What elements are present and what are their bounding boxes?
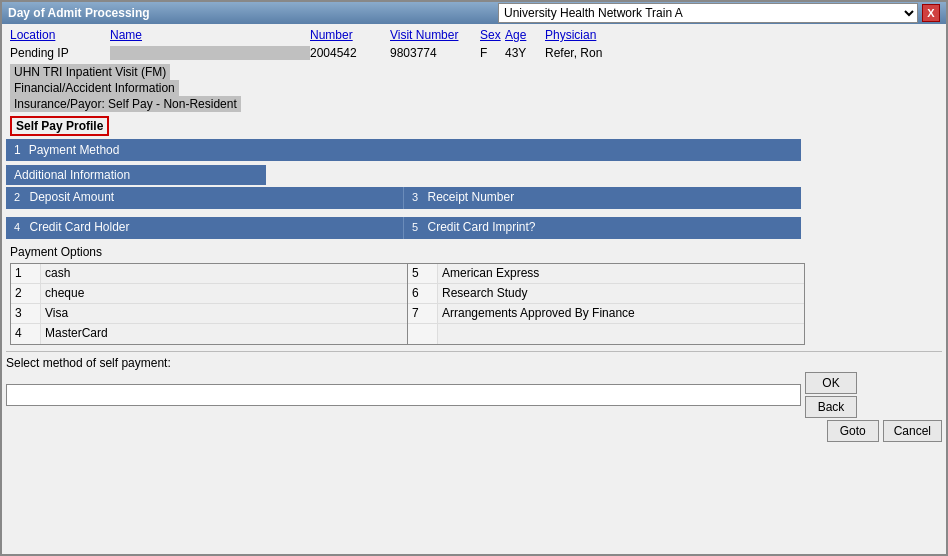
patient-sex: F	[480, 46, 505, 60]
credit-card-holder-label: Credit Card Holder	[29, 220, 129, 234]
payment-option-empty	[408, 324, 804, 344]
payment-options-section: Payment Options 1 cash 2 cheque 3 Visa	[6, 243, 942, 345]
payment-options-table: 1 cash 2 cheque 3 Visa 4 MasterCard	[10, 263, 805, 345]
credit-card-holder-cell: 4 Credit Card Holder	[6, 217, 404, 239]
payment-num-3: 3	[11, 304, 41, 323]
bottom-section: Select method of self payment: OK Back G…	[6, 351, 942, 442]
payment-val-6: Research Study	[438, 284, 804, 303]
payment-option-7[interactable]: 7 Arrangements Approved By Finance	[408, 304, 804, 324]
self-pay-profile-container: Self Pay Profile	[6, 114, 942, 138]
payment-val-7: Arrangements Approved By Finance	[438, 304, 804, 323]
payment-num-4: 4	[11, 324, 41, 344]
action-buttons: OK Back	[805, 372, 857, 418]
payment-method-row: 1 Payment Method	[6, 139, 801, 161]
main-window: Day of Admit Processing University Healt…	[0, 0, 948, 556]
bottom-row-2: Goto Cancel	[6, 420, 942, 442]
location-header[interactable]: Location	[10, 28, 110, 42]
credit-card-imprint-num: 5	[412, 221, 418, 233]
name-header[interactable]: Name	[110, 28, 310, 42]
payment-num-6: 6	[408, 284, 438, 303]
column-headers: Location Name Number Visit Number Sex Ag…	[6, 26, 942, 44]
deposit-amount-num: 2	[14, 191, 20, 203]
credit-card-row: 4 Credit Card Holder 5 Credit Card Impri…	[6, 217, 801, 239]
input-button-row: OK Back	[6, 372, 942, 418]
payment-val-3: Visa	[41, 304, 407, 323]
patient-row: Pending IP 2004542 9803774 F 43Y Refer, …	[6, 44, 942, 62]
spacer-row	[6, 210, 942, 216]
window-title: Day of Admit Processing	[8, 6, 498, 20]
payment-option-2[interactable]: 2 cheque	[11, 284, 407, 304]
payment-val-empty	[438, 324, 804, 344]
visit-number-header[interactable]: Visit Number	[390, 28, 480, 42]
credit-card-holder-num: 4	[14, 221, 20, 233]
physician-header[interactable]: Physician	[545, 28, 695, 42]
self-pay-profile-button[interactable]: Self Pay Profile	[10, 116, 109, 136]
payment-val-1: cash	[41, 264, 407, 283]
receipt-number-num: 3	[412, 191, 418, 203]
credit-card-imprint-cell: 5 Credit Card Imprint?	[404, 217, 801, 239]
back-button[interactable]: Back	[805, 396, 857, 418]
patient-location: Pending IP	[10, 46, 110, 60]
payment-option-3[interactable]: 3 Visa	[11, 304, 407, 324]
payment-option-5[interactable]: 5 American Express	[408, 264, 804, 284]
receipt-number-cell: 3 Receipt Number	[404, 187, 801, 209]
patient-physician: Refer, Ron	[545, 46, 695, 60]
ok-button[interactable]: OK	[805, 372, 857, 394]
title-bar: Day of Admit Processing University Healt…	[2, 2, 946, 24]
patient-visit-number: 9803774	[390, 46, 480, 60]
payment-val-2: cheque	[41, 284, 407, 303]
payment-option-6[interactable]: 6 Research Study	[408, 284, 804, 304]
detail-line-2: Financial/Accident Information	[10, 80, 938, 96]
patient-details: UHN TRI Inpatient Visit (FM) Financial/A…	[6, 62, 942, 114]
age-header[interactable]: Age	[505, 28, 545, 42]
payment-option-1[interactable]: 1 cash	[11, 264, 407, 284]
deposit-amount-cell: 2 Deposit Amount	[6, 187, 404, 209]
payment-input[interactable]	[6, 384, 801, 406]
select-label: Select method of self payment:	[6, 356, 942, 370]
patient-number: 2004542	[310, 46, 390, 60]
payment-val-4: MasterCard	[41, 324, 407, 344]
payment-method-label: Payment Method	[29, 143, 120, 157]
sex-header[interactable]: Sex	[480, 28, 505, 42]
payment-num-7: 7	[408, 304, 438, 323]
additional-info-header: Additional Information	[6, 163, 942, 185]
payment-option-4[interactable]: 4 MasterCard	[11, 324, 407, 344]
close-button[interactable]: X	[922, 4, 940, 22]
detail-line-3: Insurance/Payor: Self Pay - Non-Resident	[10, 96, 938, 112]
payment-options-title: Payment Options	[6, 243, 942, 261]
payment-num-empty	[408, 324, 438, 344]
payment-method-num: 1	[14, 143, 21, 157]
credit-card-imprint-label: Credit Card Imprint?	[427, 220, 535, 234]
goto-button[interactable]: Goto	[827, 420, 879, 442]
payment-num-5: 5	[408, 264, 438, 283]
number-header[interactable]: Number	[310, 28, 390, 42]
deposit-amount-label: Deposit Amount	[29, 190, 114, 204]
receipt-number-label: Receipt Number	[427, 190, 514, 204]
detail-line-1: UHN TRI Inpatient Visit (FM)	[10, 64, 938, 80]
main-content: Location Name Number Visit Number Sex Ag…	[2, 24, 946, 444]
patient-age: 43Y	[505, 46, 545, 60]
cancel-button[interactable]: Cancel	[883, 420, 942, 442]
payment-num-2: 2	[11, 284, 41, 303]
payment-num-1: 1	[11, 264, 41, 283]
deposit-receipt-row: 2 Deposit Amount 3 Receipt Number	[6, 187, 801, 209]
payment-val-5: American Express	[438, 264, 804, 283]
patient-name	[110, 46, 310, 60]
payment-left-col: 1 cash 2 cheque 3 Visa 4 MasterCard	[11, 264, 408, 344]
payment-right-col: 5 American Express 6 Research Study 7 Ar…	[408, 264, 804, 344]
network-dropdown[interactable]: University Health Network Train A	[498, 3, 918, 23]
